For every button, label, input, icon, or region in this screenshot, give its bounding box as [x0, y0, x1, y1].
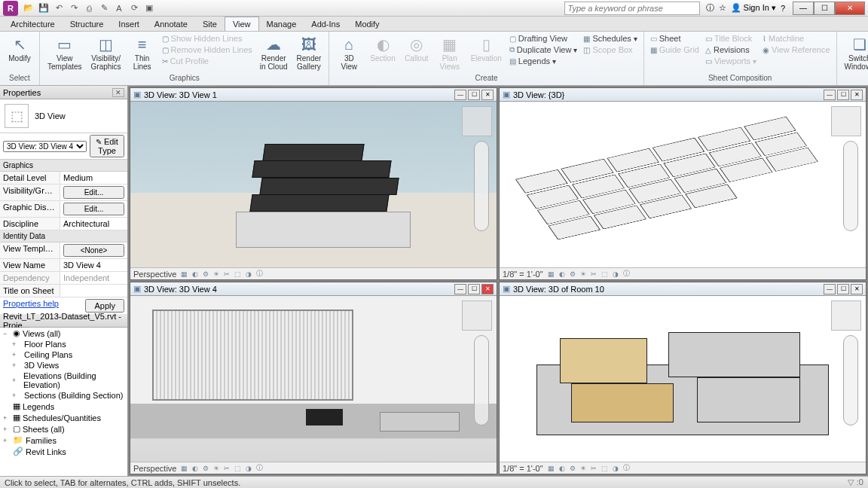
- text-icon[interactable]: A: [113, 2, 125, 14]
- min-icon[interactable]: —: [824, 284, 836, 294]
- help-search-input[interactable]: [564, 2, 700, 15]
- tree-item[interactable]: −◉Views (all): [0, 328, 127, 339]
- foot-icon[interactable]: ☀: [213, 270, 219, 278]
- cut-profile-button[interactable]: ✂Cut Profile: [160, 56, 254, 66]
- scale-label[interactable]: Perspective: [133, 464, 176, 473]
- view-header[interactable]: ▣ 3D View: 3D of Room 10 — ☐ ✕: [500, 282, 866, 296]
- tab-site[interactable]: Site: [195, 17, 225, 31]
- prop-detail-level[interactable]: Detail LevelMedium: [0, 172, 127, 185]
- close-icon[interactable]: ✕: [851, 284, 863, 294]
- foot-icon[interactable]: ◐: [559, 465, 565, 472]
- maximize-button[interactable]: ☐: [814, 2, 835, 15]
- tab-structure[interactable]: Structure: [63, 17, 112, 31]
- foot-icon[interactable]: ⬚: [601, 270, 608, 278]
- 3d-view-button[interactable]: ⌂3D View: [334, 33, 364, 72]
- foot-icon[interactable]: ⬚: [601, 465, 608, 472]
- drafting-view-button[interactable]: ▢Drafting View: [508, 33, 579, 44]
- close-panel-icon[interactable]: ✕: [112, 88, 124, 97]
- foot-icon[interactable]: ✂: [591, 465, 597, 472]
- foot-icon[interactable]: ☀: [580, 270, 586, 278]
- app-logo[interactable]: R: [3, 1, 18, 16]
- modify-button[interactable]: ↖Modify: [5, 33, 35, 64]
- foot-icon[interactable]: ✂: [591, 270, 597, 278]
- nav-bar[interactable]: [843, 141, 858, 231]
- prop-discipline[interactable]: DisciplineArchitectural: [0, 218, 127, 230]
- foot-icon[interactable]: ◑: [613, 465, 619, 472]
- save-icon[interactable]: 💾: [38, 2, 50, 14]
- edit-button[interactable]: Edit...: [63, 203, 124, 215]
- undo-icon[interactable]: ↶: [53, 2, 65, 14]
- foot-icon[interactable]: ⚙: [203, 270, 209, 278]
- project-browser[interactable]: −◉Views (all)+Floor Plans+Ceiling Plans+…: [0, 328, 127, 476]
- tab-modify[interactable]: Modify: [347, 17, 387, 31]
- tree-item[interactable]: 🔗Revit Links: [0, 446, 127, 457]
- tree-item[interactable]: +Floor Plans: [0, 339, 127, 349]
- view-canvas[interactable]: [500, 296, 866, 462]
- tab-architecture[interactable]: Architecture: [3, 17, 63, 31]
- revisions-button[interactable]: △Revisions: [704, 44, 758, 55]
- thin-lines-button[interactable]: ≡Thin Lines: [127, 33, 157, 72]
- 3d-icon[interactable]: ▣: [143, 2, 155, 14]
- view-reference-button[interactable]: ◉View Reference: [761, 44, 831, 55]
- prop-visibility[interactable]: Visibility/Grap...Edit...: [0, 185, 127, 201]
- scale-label[interactable]: 1/8" = 1'-0": [503, 270, 543, 279]
- schedules-button[interactable]: ▦Schedules ▾: [582, 33, 638, 44]
- filter-icon[interactable]: ▽: [848, 477, 854, 487]
- foot-icon[interactable]: ◑: [246, 465, 252, 472]
- zoom-icon[interactable]: :0: [857, 477, 863, 487]
- guide-grid-button[interactable]: ▦Guide Grid: [649, 44, 701, 55]
- close-button[interactable]: ✕: [835, 2, 865, 15]
- foot-icon[interactable]: ◐: [192, 270, 198, 278]
- callout-button[interactable]: ◎Callout: [402, 33, 432, 64]
- tree-item[interactable]: +▢Sheets (all): [0, 423, 127, 435]
- foot-icon[interactable]: ◐: [559, 270, 565, 278]
- properties-type[interactable]: ⬚ 3D View: [0, 99, 127, 133]
- render-cloud-button[interactable]: ☁Render in Cloud: [257, 33, 291, 72]
- min-icon[interactable]: —: [824, 90, 836, 100]
- foot-icon[interactable]: ⚙: [570, 465, 576, 472]
- measure-icon[interactable]: ✎: [98, 2, 110, 14]
- edit-type-button[interactable]: ✎ Edit Type: [90, 135, 124, 157]
- view-header[interactable]: ▣ 3D View: 3D View 4 — ☐ ✕: [130, 282, 497, 296]
- sync-icon[interactable]: ⟳: [128, 2, 140, 14]
- view-canvas[interactable]: [500, 102, 866, 267]
- section-button[interactable]: ◐Section: [367, 33, 398, 64]
- tab-insert[interactable]: Insert: [111, 17, 147, 31]
- info-icon[interactable]: ⓘ: [706, 2, 714, 14]
- expand-icon[interactable]: +: [3, 437, 11, 444]
- foot-icon[interactable]: ⓘ: [256, 269, 263, 279]
- expand-icon[interactable]: +: [3, 425, 11, 433]
- close-icon[interactable]: ✕: [851, 90, 863, 100]
- foot-icon[interactable]: ⓘ: [623, 269, 630, 279]
- close-icon[interactable]: ✕: [481, 90, 494, 100]
- max-icon[interactable]: ☐: [837, 284, 849, 294]
- foot-icon[interactable]: ◐: [192, 465, 198, 472]
- sheet-button[interactable]: ▭Sheet: [649, 33, 701, 44]
- foot-icon[interactable]: ⓘ: [623, 463, 630, 473]
- scale-label[interactable]: Perspective: [133, 270, 176, 279]
- prop-view-name[interactable]: View Name3D View 4: [0, 259, 127, 272]
- tab-manage[interactable]: Manage: [259, 17, 304, 31]
- foot-icon[interactable]: ⚙: [570, 270, 576, 278]
- view-cube[interactable]: [831, 300, 861, 331]
- view-canvas[interactable]: [130, 296, 497, 462]
- foot-icon[interactable]: ▦: [548, 270, 555, 278]
- view-cube[interactable]: [462, 106, 492, 136]
- prop-graphic-display[interactable]: Graphic Displa...Edit...: [0, 201, 127, 218]
- signin-link[interactable]: 👤 Sign In ▾: [731, 3, 776, 13]
- tree-item[interactable]: +📁Families: [0, 435, 127, 446]
- properties-help-link[interactable]: Properties help: [3, 299, 59, 313]
- tab-annotate[interactable]: Annotate: [147, 17, 195, 31]
- expand-icon[interactable]: +: [12, 392, 20, 399]
- elevation-button[interactable]: ▯Elevation: [468, 33, 505, 64]
- nav-bar[interactable]: [474, 335, 489, 425]
- none-button[interactable]: <None>: [63, 244, 124, 257]
- viewports-button[interactable]: ▭Viewports ▾: [704, 56, 758, 66]
- min-icon[interactable]: —: [454, 284, 466, 294]
- plan-views-button[interactable]: ▦Plan Views: [435, 33, 465, 72]
- foot-icon[interactable]: ◑: [246, 270, 252, 278]
- open-icon[interactable]: 📂: [23, 2, 35, 14]
- foot-icon[interactable]: ☀: [580, 465, 586, 472]
- remove-hidden-lines-button[interactable]: ▢Remove Hidden Lines: [160, 44, 254, 55]
- expand-icon[interactable]: −: [3, 330, 11, 337]
